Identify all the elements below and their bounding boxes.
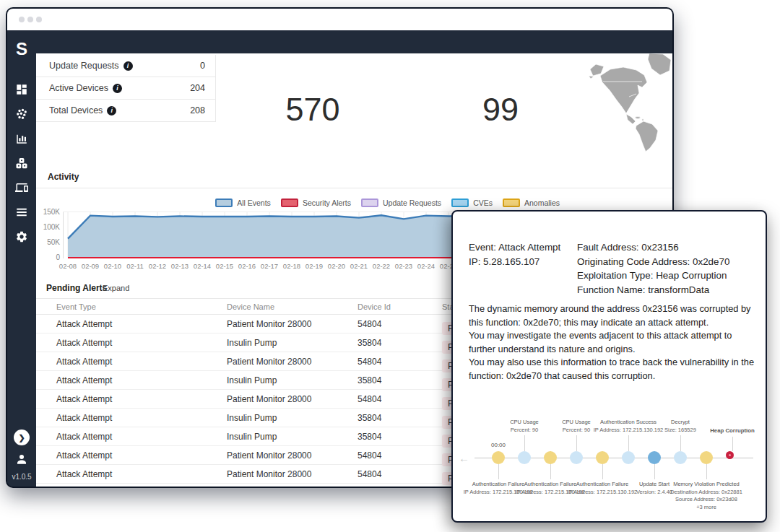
sidebar-item-dashboard[interactable] [15,83,28,96]
timeline-node-event[interactable] [674,451,687,464]
gear-icon [15,230,28,243]
menu-icon [15,206,28,219]
legend-swatch-icon [503,199,520,207]
window-control-icon[interactable] [36,17,42,22]
alerts-section-title: Pending Alerts [46,283,107,293]
cell-device-id: 54804 [358,469,381,479]
cell-device-name: Patient Monitor 28000 [227,394,311,404]
field-line: Fault Address: 0x23156 [577,240,729,255]
chevron-right-icon: ❯ [18,433,25,442]
cell-device-name: Insulin Pump [227,375,277,385]
cell-device-id: 54804 [358,357,381,367]
sidebar-item-menu[interactable] [15,206,28,219]
cell-event-type: Attack Attempt [56,375,112,385]
stat-label: Update Requests [49,61,119,71]
cell-event-type: Attack Attempt [56,338,112,348]
info-icon[interactable]: i [113,84,122,93]
sidebar-item-analytics[interactable] [15,132,28,145]
page-background: S [0,0,780,532]
legend-swatch-icon [451,199,469,207]
cell-device-name: Patient Monitor 28000 [227,469,311,479]
cell-event-type: Attack Attempt [56,357,112,367]
cell-device-name: Insulin Pump [227,413,277,423]
cell-device-id: 35804 [358,375,381,385]
dashboard-icon [15,83,28,96]
activity-section-title: Activity [48,172,79,182]
stat-row: Active Devices i 204 [36,77,215,100]
window-control-icon[interactable] [19,17,25,22]
cell-device-name: Patient Monitor 28000 [227,357,311,367]
timeline-node-alert[interactable] [726,451,734,459]
timeline-node-anomaly[interactable] [492,451,505,464]
description-line: The dynamic memory around the address 0x… [469,302,759,329]
sidebar-item-modules[interactable] [15,157,28,170]
field-line: Event: Attack Attempt [469,240,560,255]
column-header: Event Type [56,302,96,311]
cell-event-type: Attack Attempt [56,394,112,404]
timeline-node-anomaly[interactable] [544,451,557,464]
user-icon [15,452,28,466]
cell-device-name: Insulin Pump [227,338,277,348]
sidebar-footer: ❯ v1.0.5 [7,429,36,481]
stat-value: 208 [190,105,205,115]
sidebar-item-devices[interactable] [15,181,28,194]
column-header: Device Name [227,302,274,311]
timeline-node-anomaly[interactable] [596,451,609,464]
stat-value: 0 [200,61,205,71]
timeline-node-update[interactable] [648,451,661,464]
info-icon[interactable]: i [124,61,133,71]
timeline-node-event[interactable] [570,451,583,464]
app-version: v1.0.5 [12,473,31,481]
cell-device-name: Patient Monitor 28000 [227,450,311,461]
y-axis-tick: 0 [36,253,60,261]
collapse-sidebar-button[interactable]: ❯ [14,429,30,445]
expand-link[interactable]: Expand [103,284,129,292]
timeline-time-label: 00:00 [477,442,520,448]
window-control-icon[interactable] [27,17,33,22]
user-profile-button[interactable] [15,453,28,466]
timeline-node-label: Heap Corruption [682,427,780,435]
cell-event-type: Attack Attempt [56,319,112,329]
y-axis-tick: 150K [36,208,60,216]
event-detail-fields: Fault Address: 0x23156Originating Code A… [577,240,729,297]
cell-device-id: 54804 [358,319,381,329]
world-map [589,53,672,152]
cell-event-type: Attack Attempt [56,413,112,423]
legend-label: Security Alerts [303,199,351,207]
legend-label: CVEs [473,199,493,207]
y-axis-tick: 100K [36,223,60,231]
legend-label: All Events [237,199,271,207]
legend-item[interactable]: Anomalies [503,199,560,207]
bar-chart-icon [15,132,28,145]
metric-value-primary: 570 [285,91,339,128]
info-icon[interactable]: i [107,106,116,115]
stat-row: Total Devices i 208 [36,100,215,122]
cell-event-type: Attack Attempt [56,450,112,461]
metric-value-secondary: 99 [482,91,519,128]
cell-device-id: 54804 [358,394,381,404]
legend-item[interactable]: All Events [215,199,271,207]
field-line: Originating Code Address: 0x2de70 [577,255,729,269]
legend-item[interactable]: Update Requests [361,199,441,207]
cubes-icon [15,157,28,170]
event-detail-card: Event: Attack AttemptIP: 5.28.165.107 Fa… [451,210,767,523]
sidebar-item-settings[interactable] [15,230,28,243]
event-summary-fields: Event: Attack AttemptIP: 5.28.165.107 [469,240,560,269]
timeline-node-event[interactable] [518,451,531,464]
stat-row: Update Requests i 0 [36,55,215,77]
event-description: The dynamic memory around the address 0x… [469,302,759,383]
legend-item[interactable]: Security Alerts [281,199,351,207]
stat-label: Total Devices [49,105,103,115]
dots-cluster-icon [15,108,28,121]
legend-swatch-icon [361,199,378,207]
timeline-left-arrow-icon[interactable]: ← [459,452,469,464]
timeline-node-anomaly[interactable] [700,451,713,464]
cell-device-name: Insulin Pump [227,432,277,442]
sidebar-item-events[interactable] [15,108,28,121]
field-line: Exploitation Type: Heap Corruption [577,269,729,283]
app-logo[interactable]: S [7,39,36,59]
legend-item[interactable]: CVEs [451,199,493,207]
legend-swatch-icon [215,199,233,207]
field-line: IP: 5.28.165.107 [469,255,560,269]
timeline-node-event[interactable] [622,451,635,464]
